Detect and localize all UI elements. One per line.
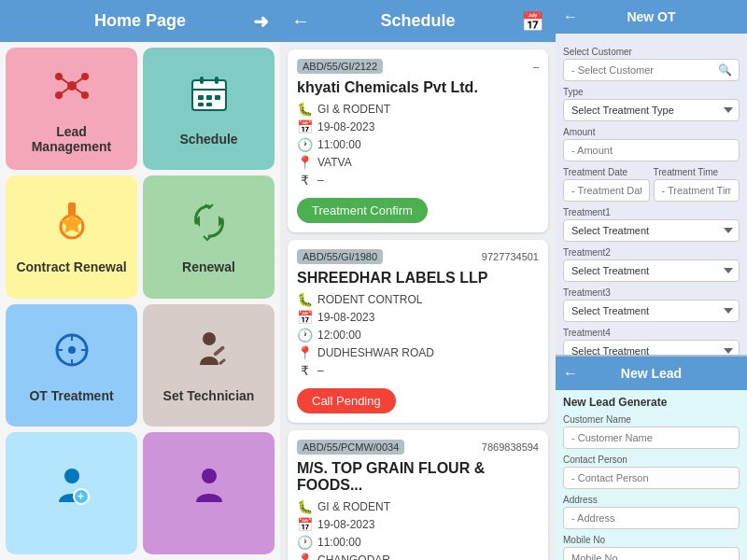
schedule-icon	[187, 71, 232, 124]
date-time-row: Treatment Date Treatment Time	[563, 161, 740, 202]
logout-icon[interactable]: ➜	[253, 10, 269, 33]
card3-time-icon: 🕐	[297, 535, 312, 550]
card2-location-icon: 📍	[297, 345, 312, 360]
customer-name-label: Customer Name	[563, 414, 740, 425]
svg-rect-13	[198, 95, 204, 100]
grid-item-contract-renewal[interactable]: Contract Renewal	[6, 175, 137, 298]
treatment3-select[interactable]: Select Treatment	[563, 300, 740, 322]
schedule-list: ABD/55/GI/2122 – khyati Chemicals Pvt Lt…	[280, 42, 556, 560]
new-ot-panel: ← New OT Select Customer 🔍 Type Select T…	[556, 0, 747, 355]
treatment-time-input[interactable]	[654, 179, 740, 202]
new-lead-title: New Lead	[621, 366, 682, 381]
contact-person-label: Contact Person	[563, 455, 740, 465]
card2-date: 📅 19-08-2023	[297, 310, 539, 325]
grid-item-schedule[interactable]: Schedule	[143, 48, 275, 170]
card1-location: 📍 VATVA	[297, 155, 539, 170]
card2-time-icon: 🕐	[297, 328, 312, 343]
treatment1-select[interactable]: Select Treatment	[563, 219, 740, 242]
svg-rect-20	[68, 203, 76, 216]
card1-amount: ₹ –	[297, 173, 539, 188]
card1-location-icon: 📍	[297, 155, 312, 170]
grid-item-set-technician[interactable]: Set Technician	[143, 304, 275, 427]
item7-icon: +	[49, 463, 94, 516]
card3-top-row: ABD/55/PCMW/0034 7869838594	[297, 440, 539, 455]
renewal-icon	[187, 199, 232, 252]
grid-item-7[interactable]: +	[6, 432, 137, 554]
treatment-date-col: Treatment Date	[563, 161, 650, 202]
new-lead-back-btn[interactable]: ←	[563, 365, 578, 382]
card2-company: SHREEDHAR LABELS LLP	[297, 270, 539, 287]
card1-service: 🐛 GI & RODENT	[297, 102, 539, 117]
card3-service-icon: 🐛	[297, 499, 312, 514]
new-lead-header: ← New Lead	[556, 357, 747, 390]
new-lead-body: New Lead Generate Customer Name Contact …	[556, 390, 747, 560]
card2-location: 📍 DUDHESHWAR ROAD	[297, 345, 539, 360]
card2-service: 🐛 RODENT CONTROL	[297, 292, 539, 307]
card1-company: khyati Chemicals Pvt Ltd.	[297, 79, 539, 96]
card2-top-row: ABD/55/GI/1980 9727734501	[297, 249, 539, 264]
card1-top-row: ABD/55/GI/2122 –	[297, 59, 539, 74]
card2-amount: ₹ –	[297, 363, 539, 378]
treatment2-select[interactable]: Select Treatment	[563, 259, 740, 282]
schedule-card-1: ABD/55/GI/2122 – khyati Chemicals Pvt Lt…	[288, 49, 548, 232]
address-label: Address	[563, 495, 740, 505]
card1-time-icon: 🕐	[297, 137, 312, 152]
card3-time: 🕐 11:00:00	[297, 535, 539, 550]
customer-name-input[interactable]	[563, 427, 740, 449]
contact-person-input[interactable]	[563, 467, 740, 489]
card1-date: 📅 19-08-2023	[297, 119, 539, 134]
card2-id: ABD/55/GI/1980	[297, 249, 383, 264]
card2-service-icon: 🐛	[297, 292, 312, 307]
treatment4-label: Treatment4	[563, 328, 740, 338]
amount-label: Amount	[563, 127, 740, 137]
item8-icon	[187, 463, 232, 516]
svg-rect-31	[218, 357, 226, 364]
card2-date-icon: 📅	[297, 310, 312, 325]
select-customer-label: Select Customer	[563, 47, 740, 57]
card1-phone: –	[533, 61, 539, 72]
svg-point-24	[68, 346, 76, 354]
schedule-card-3: ABD/55/PCMW/0034 7869838594 M/S. TOP GRA…	[288, 430, 548, 560]
grid-item-lead-management[interactable]: Lead Management	[6, 48, 137, 170]
mobile-input[interactable]	[563, 547, 740, 560]
grid-item-ot-treatment[interactable]: OT Treatment	[6, 304, 137, 427]
type-select[interactable]: Select Treatment Type	[563, 99, 740, 121]
svg-rect-11	[215, 77, 218, 84]
home-grid: Lead Management Schedule	[0, 42, 280, 560]
schedule-title: Schedule	[380, 11, 455, 31]
home-header: Home Page ➜	[0, 0, 280, 42]
card3-phone: 7869838594	[482, 441, 539, 453]
treatment4-select[interactable]: Select Treatment	[563, 340, 740, 355]
set-technician-icon	[187, 328, 232, 381]
card2-pending-btn[interactable]: Call Pending	[297, 388, 396, 413]
treatment-date-input[interactable]	[563, 179, 650, 202]
treatment2-label: Treatment2	[563, 247, 740, 258]
card1-id: ABD/55/GI/2122	[297, 59, 383, 74]
svg-rect-17	[206, 103, 212, 106]
amount-input[interactable]	[563, 139, 740, 161]
card1-time: 🕐 11:00:00	[297, 137, 539, 152]
select-customer-input[interactable]	[563, 59, 740, 81]
treatment1-label: Treatment1	[563, 207, 740, 217]
treatment-time-col: Treatment Time	[654, 161, 740, 202]
card2-amount-icon: ₹	[297, 363, 312, 378]
grid-item-renewal[interactable]: Renewal	[143, 175, 275, 298]
card2-time: 🕐 12:00:00	[297, 328, 539, 343]
svg-rect-15	[215, 95, 220, 100]
schedule-calendar-icon[interactable]: 📅	[521, 10, 544, 33]
new-ot-back-btn[interactable]: ←	[563, 8, 578, 25]
schedule-back-icon[interactable]: ←	[291, 10, 310, 32]
svg-point-35	[202, 469, 217, 483]
card3-date: 📅 19-08-2023	[297, 517, 539, 532]
schedule-header: ← Schedule 📅	[280, 0, 556, 42]
lead-management-label: Lead Management	[15, 124, 128, 154]
new-ot-title: New OT	[627, 9, 675, 24]
svg-rect-30	[213, 345, 225, 357]
right-panel: ← New OT Select Customer 🔍 Type Select T…	[556, 0, 747, 560]
type-label: Type	[563, 87, 740, 97]
schedule-card-2: ABD/55/GI/1980 9727734501 SHREEDHAR LABE…	[288, 240, 548, 423]
card1-confirm-btn[interactable]: Treatment Confirm	[297, 198, 428, 223]
address-input[interactable]	[563, 507, 740, 529]
grid-item-8[interactable]	[143, 432, 275, 554]
ot-treatment-label: OT Treatment	[29, 388, 113, 403]
